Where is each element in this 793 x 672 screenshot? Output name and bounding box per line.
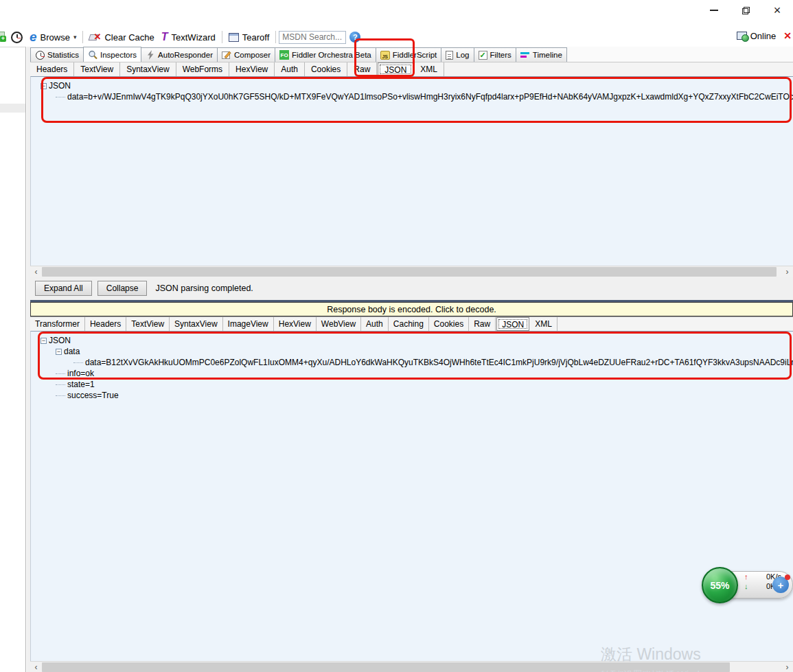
- tree-connector: [56, 373, 65, 374]
- tree-node-state[interactable]: state=1: [41, 379, 793, 390]
- lightning-icon: [146, 50, 155, 60]
- response-inspector-tabs: Transformer Headers TextView SyntaxView …: [30, 316, 793, 331]
- expand-all-button[interactable]: Expand All: [35, 281, 92, 296]
- compose-icon: [222, 50, 231, 60]
- response-json-panel: − JSON − data data=B12tXvVGkAkHkuUOMmPC0…: [30, 331, 793, 661]
- scrollbar-thumb[interactable]: [42, 267, 777, 277]
- toolbar-separator: [222, 31, 222, 43]
- help-button[interactable]: ?: [346, 32, 364, 43]
- progress-sphere[interactable]: 55%: [702, 567, 738, 603]
- tab-fiddler-orchestra[interactable]: FO Fiddler Orchestra Beta: [275, 47, 376, 62]
- session-list-panel[interactable]: [0, 47, 26, 672]
- subtab-json[interactable]: JSON: [378, 62, 413, 76]
- add-session-icon[interactable]: +: [0, 32, 6, 43]
- subtab-raw[interactable]: Raw: [469, 317, 496, 331]
- tree-node-label: success=True: [67, 391, 119, 400]
- tab-inspectors[interactable]: Inspectors: [83, 47, 141, 62]
- decode-notice-bar[interactable]: Response body is encoded. Click to decod…: [30, 302, 793, 316]
- collapse-toggle-icon[interactable]: −: [56, 349, 62, 355]
- subtab-syntaxview[interactable]: SyntaxView: [120, 62, 176, 76]
- subtab-raw[interactable]: Raw: [347, 62, 377, 76]
- subtab-headers[interactable]: Headers: [30, 62, 74, 76]
- subtab-webview[interactable]: WebView: [317, 317, 361, 331]
- tree-node-label: data=B12tXvVGkAkHkuUOMmPC0e6PZolQwFL1Iux…: [85, 358, 793, 367]
- tab-timeline[interactable]: Timeline: [516, 47, 567, 62]
- restore-button[interactable]: [730, 0, 761, 21]
- tree-node-label: JSON: [49, 81, 71, 91]
- clear-cache-button[interactable]: ✕ Clear Cache: [86, 32, 157, 43]
- tab-label: Statistics: [47, 51, 79, 59]
- stopwatch-icon: [11, 32, 23, 43]
- subtab-auth[interactable]: Auth: [361, 317, 389, 331]
- upload-arrow-icon: ↑: [744, 572, 752, 581]
- replay-timer-button[interactable]: [8, 32, 26, 43]
- browse-label: Browse: [41, 32, 70, 43]
- subtab-hexview[interactable]: HexView: [229, 62, 275, 76]
- session-row[interactable]: [0, 104, 25, 113]
- browse-button[interactable]: e Browse ▾: [26, 32, 80, 43]
- toolbar-separator: [82, 31, 83, 43]
- tab-composer[interactable]: Composer: [217, 47, 275, 62]
- toolbar: + e Browse ▾ ✕ Clear Cache T TextWizard …: [0, 27, 793, 47]
- json-controls-row: Expand All Collapse JSON parsing complet…: [30, 277, 793, 300]
- subtab-cookies[interactable]: Cookies: [305, 62, 347, 76]
- request-json-panel: − JSON data=b+v/WJEnmIwV4gTK9kPqQ30jYXoU…: [30, 76, 793, 266]
- tab-label: AutoResponder: [158, 51, 213, 59]
- timeline-icon: [520, 52, 530, 58]
- clear-cache-icon: ✕: [89, 32, 101, 43]
- response-horizontal-scrollbar[interactable]: ‹ ›: [30, 661, 793, 672]
- tab-log[interactable]: Log: [441, 47, 474, 62]
- scroll-left-icon[interactable]: ‹: [30, 266, 42, 277]
- download-arrow-icon: ↓: [744, 582, 752, 590]
- tab-filters[interactable]: ✓ Filters: [474, 47, 516, 62]
- subtab-headers[interactable]: Headers: [85, 317, 126, 331]
- collapse-button[interactable]: Collapse: [97, 281, 148, 296]
- tab-label: Filters: [490, 51, 512, 59]
- subtab-textview[interactable]: TextView: [126, 317, 170, 331]
- close-button[interactable]: ×: [761, 0, 793, 21]
- subtab-hexview[interactable]: HexView: [274, 317, 317, 331]
- subtab-xml[interactable]: XML: [414, 62, 444, 76]
- subtab-caching[interactable]: Caching: [389, 317, 429, 331]
- tree-node-data-value[interactable]: data=B12tXvVGkAkHkuUOMmPC0e6PZolQwFL1Iux…: [41, 357, 793, 368]
- close-icon: ×: [774, 4, 781, 16]
- tab-autoresponder[interactable]: AutoResponder: [141, 47, 218, 62]
- tab-statistics[interactable]: Statistics: [30, 47, 84, 62]
- tree-node-data[interactable]: − data: [41, 346, 793, 357]
- subtab-xml[interactable]: XML: [530, 317, 558, 331]
- tree-node-success[interactable]: success=True: [41, 390, 793, 401]
- msdn-search-input[interactable]: [279, 31, 346, 44]
- subtab-json[interactable]: JSON: [496, 317, 529, 331]
- subtab-cookies[interactable]: Cookies: [429, 317, 469, 331]
- toolbar-separator: [275, 31, 276, 43]
- tearoff-button[interactable]: Tearoff: [225, 32, 273, 43]
- browser-icon: e: [30, 32, 37, 43]
- scroll-right-icon[interactable]: ›: [781, 266, 793, 277]
- tree-node-label: JSON: [49, 336, 71, 345]
- online-label: Online: [750, 31, 777, 41]
- subtab-imageview[interactable]: ImageView: [223, 317, 274, 331]
- subtab-textview[interactable]: TextView: [74, 62, 120, 76]
- chevron-down-icon[interactable]: ▾: [73, 34, 77, 40]
- tree-node-root[interactable]: − JSON: [41, 80, 793, 91]
- scroll-right-icon[interactable]: ›: [781, 662, 793, 672]
- subtab-transformer[interactable]: Transformer: [30, 317, 85, 331]
- tab-label: Inspectors: [100, 51, 137, 59]
- scrollbar-thumb[interactable]: [42, 662, 730, 672]
- tree-node-data[interactable]: data=b+v/WJEnmIwV4gTK9kPqQ30jYXoU0hK7GF5…: [41, 91, 793, 102]
- scroll-left-icon[interactable]: ‹: [30, 662, 42, 672]
- request-json-tree: − JSON data=b+v/WJEnmIwV4gTK9kPqQ30jYXoU…: [31, 77, 793, 102]
- collapse-toggle-icon[interactable]: −: [41, 338, 47, 344]
- minimize-button[interactable]: [698, 0, 730, 21]
- tree-node-info[interactable]: info=ok: [41, 368, 793, 379]
- collapse-toggle-icon[interactable]: −: [41, 83, 47, 89]
- request-horizontal-scrollbar[interactable]: ‹ ›: [30, 266, 793, 277]
- subtab-auth[interactable]: Auth: [275, 62, 305, 76]
- tab-fiddlerscript[interactable]: JS FiddlerScript: [376, 47, 442, 62]
- tree-node-root[interactable]: − JSON: [41, 335, 793, 346]
- subtab-syntaxview[interactable]: SyntaxView: [170, 317, 222, 331]
- online-close-icon[interactable]: ✕: [783, 30, 792, 41]
- text-wizard-button[interactable]: T TextWizard: [158, 32, 219, 43]
- log-icon: [446, 51, 453, 60]
- subtab-webforms[interactable]: WebForms: [176, 62, 229, 76]
